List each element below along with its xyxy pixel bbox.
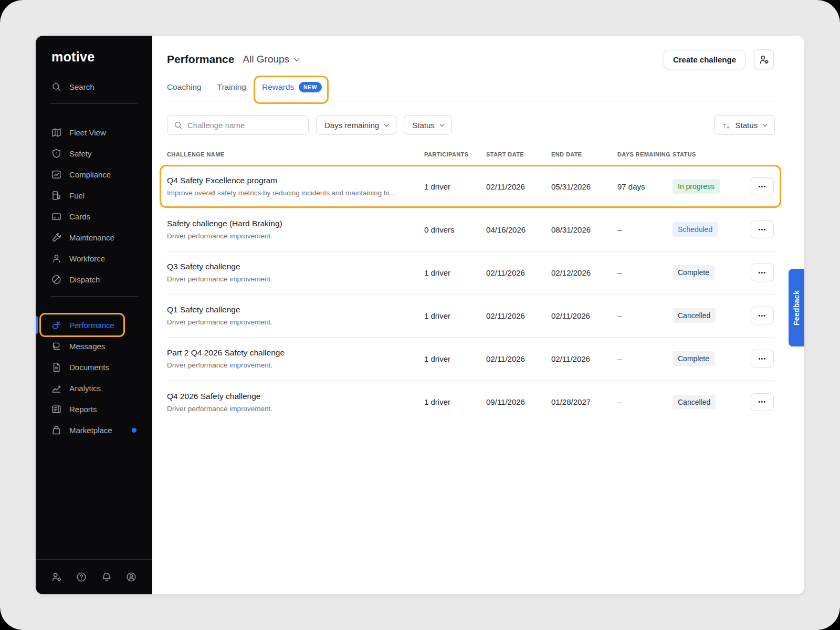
days-remaining-cell: – bbox=[617, 225, 673, 234]
page-title: Performance bbox=[167, 53, 234, 66]
chevron-down-icon bbox=[763, 122, 767, 127]
shield-icon bbox=[51, 149, 61, 159]
table-row[interactable]: Safety challenge (Hard Braking)Driver pe… bbox=[167, 208, 775, 251]
participants-cell: 1 driver bbox=[424, 268, 486, 277]
end-date-cell: 02/12/2026 bbox=[551, 268, 617, 277]
card-icon bbox=[51, 212, 61, 222]
status-cell: Cancelled bbox=[673, 395, 751, 410]
help-icon bbox=[76, 572, 87, 582]
sidebar-item-label: Maintenance bbox=[69, 233, 114, 242]
tab-training[interactable]: Training bbox=[217, 82, 246, 101]
map-icon bbox=[51, 128, 61, 138]
challenge-description: Driver performance improvement. bbox=[167, 318, 412, 326]
start-date-cell: 02/11/2026 bbox=[486, 311, 551, 320]
column-header: DAYS REMAINING bbox=[617, 151, 673, 159]
chevron-down-icon bbox=[440, 122, 444, 127]
sidebar-item-cards[interactable]: Cards bbox=[36, 206, 152, 227]
sidebar-item-reports[interactable]: Reports bbox=[36, 398, 152, 419]
row-more-button[interactable]: ••• bbox=[751, 177, 774, 195]
group-filter-dropdown[interactable]: All Groups bbox=[243, 54, 299, 65]
sidebar-item-fleet-view[interactable]: Fleet View bbox=[36, 122, 152, 143]
sidebar-item-workforce[interactable]: Workforce bbox=[36, 248, 152, 269]
table-row[interactable]: Part 2 Q4 2026 Safety challengeDriver pe… bbox=[167, 338, 775, 381]
row-actions-cell: ••• bbox=[751, 350, 775, 368]
participants-cell: 1 driver bbox=[424, 354, 486, 363]
row-more-button[interactable]: ••• bbox=[751, 264, 774, 281]
notifications-button[interactable] bbox=[101, 572, 112, 582]
table-row[interactable]: Q1 Safety challengeDriver performance im… bbox=[167, 295, 775, 338]
user-settings-button[interactable] bbox=[51, 572, 62, 582]
sidebar-item-label: Fleet View bbox=[69, 128, 106, 137]
challenge-name: Q3 Safety challenge bbox=[167, 262, 412, 271]
performance-icon bbox=[51, 320, 61, 330]
sidebar-primary-nav: Fleet ViewSafetyComplianceFuelCardsMaint… bbox=[36, 122, 152, 290]
row-actions-cell: ••• bbox=[751, 264, 775, 281]
row-more-button[interactable]: ••• bbox=[751, 393, 774, 411]
status-cell: In progress bbox=[673, 179, 751, 194]
sidebar-item-dispatch[interactable]: Dispatch bbox=[36, 269, 152, 290]
table-row[interactable]: Q4 Safety Excellence programImprove over… bbox=[167, 165, 775, 208]
sidebar-item-maintenance[interactable]: Maintenance bbox=[36, 227, 152, 248]
status-cell: Complete bbox=[673, 265, 751, 280]
row-more-button[interactable]: ••• bbox=[751, 220, 774, 238]
days-remaining-filter[interactable]: Days remaining bbox=[316, 115, 396, 135]
search-icon bbox=[174, 121, 183, 130]
status-badge: Scheduled bbox=[673, 222, 718, 237]
sidebar-item-label: Safety bbox=[69, 149, 92, 158]
marketplace-icon bbox=[51, 425, 61, 435]
help-button[interactable] bbox=[76, 572, 87, 582]
sidebar-item-documents[interactable]: Documents bbox=[36, 356, 152, 377]
sort-by-label: Status bbox=[735, 121, 758, 130]
sidebar-item-fuel[interactable]: Fuel bbox=[36, 185, 152, 206]
table-row[interactable]: Q3 Safety challengeDriver performance im… bbox=[167, 251, 775, 295]
user-settings-button[interactable] bbox=[754, 49, 774, 69]
sidebar-item-messages[interactable]: Messages bbox=[36, 335, 152, 356]
challenge-name-cell: Q4 Safety Excellence programImprove over… bbox=[167, 167, 424, 205]
challenge-name-cell: Safety challenge (Hard Braking)Driver pe… bbox=[167, 211, 424, 248]
sidebar-item-compliance[interactable]: Compliance bbox=[36, 164, 152, 185]
user-settings-icon bbox=[51, 572, 62, 582]
chevron-down-icon bbox=[384, 122, 388, 127]
challenge-description: Improve overall safety metrics by reduci… bbox=[167, 189, 412, 197]
tab-rewards[interactable]: RewardsNEW bbox=[262, 82, 322, 101]
sort-by-dropdown[interactable]: ↑↓ Status bbox=[714, 115, 775, 135]
challenge-search-box[interactable] bbox=[167, 115, 309, 135]
sidebar-item-performance[interactable]: Performance bbox=[36, 314, 152, 335]
table-row[interactable]: Q4 2026 Safety challengeDriver performan… bbox=[167, 381, 775, 424]
sidebar-item-search[interactable]: Search bbox=[36, 76, 152, 97]
page-header: Performance All Groups Create challenge bbox=[152, 36, 804, 69]
feedback-tab[interactable]: Feedback bbox=[789, 269, 804, 346]
search-icon bbox=[174, 121, 183, 130]
row-actions-cell: ••• bbox=[751, 177, 775, 195]
sidebar-item-label: Workforce bbox=[69, 254, 105, 263]
sidebar-divider bbox=[50, 103, 138, 104]
challenge-search-input[interactable] bbox=[187, 121, 302, 130]
sidebar: motive Search Fleet ViewSafetyCompliance… bbox=[36, 36, 152, 594]
tab-coaching[interactable]: Coaching bbox=[167, 82, 202, 101]
sidebar-item-safety[interactable]: Safety bbox=[36, 143, 152, 164]
status-cell: Scheduled bbox=[673, 222, 751, 237]
account-button[interactable] bbox=[126, 572, 136, 582]
table-header-row: CHALLENGE NAMEPARTICIPANTSSTART DATEEND … bbox=[167, 140, 775, 165]
column-header: END DATE bbox=[551, 151, 617, 159]
sidebar-item-label: Cards bbox=[69, 212, 90, 221]
challenge-name: Safety challenge (Hard Braking) bbox=[167, 219, 412, 228]
sort-arrows-icon: ↑↓ bbox=[722, 121, 729, 130]
end-date-cell: 08/31/2026 bbox=[551, 225, 617, 234]
create-challenge-button[interactable]: Create challenge bbox=[664, 50, 746, 69]
participants-cell: 1 driver bbox=[424, 311, 486, 320]
feedback-tab-label: Feedback bbox=[792, 290, 801, 326]
account-icon bbox=[126, 572, 136, 582]
tab-label: Training bbox=[217, 82, 246, 92]
row-more-button[interactable]: ••• bbox=[751, 307, 774, 324]
notification-dot bbox=[132, 428, 136, 433]
group-filter-label: All Groups bbox=[243, 54, 289, 65]
row-more-button[interactable]: ••• bbox=[751, 350, 774, 368]
sidebar-item-label: Messages bbox=[69, 342, 105, 351]
sidebar-item-marketplace[interactable]: Marketplace bbox=[36, 419, 152, 440]
sidebar-item-analytics[interactable]: Analytics bbox=[36, 377, 152, 398]
days-remaining-cell: – bbox=[617, 354, 673, 363]
challenge-name-cell: Q1 Safety challengeDriver performance im… bbox=[167, 297, 424, 334]
document-icon bbox=[51, 362, 61, 372]
status-filter[interactable]: Status bbox=[404, 115, 452, 135]
